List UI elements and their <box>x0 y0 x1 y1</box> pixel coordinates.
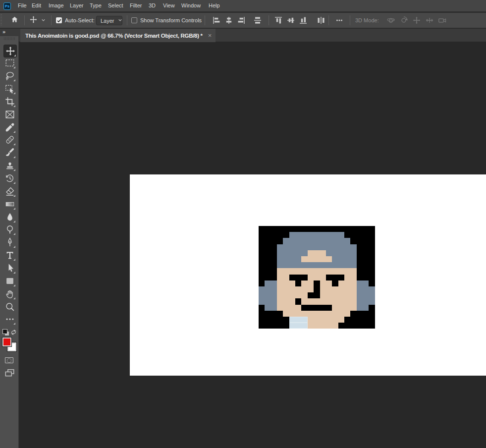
art-pixel-run <box>301 280 314 286</box>
hand-tool[interactable] <box>3 288 16 300</box>
tool-flyout-indicator <box>13 131 15 133</box>
tool-flyout-indicator <box>13 284 15 286</box>
menu-type[interactable]: Type <box>90 0 102 11</box>
eyedropper-tool[interactable] <box>3 121 16 133</box>
blur-tool[interactable] <box>3 211 16 223</box>
path-selection-tool[interactable] <box>3 262 16 274</box>
eraser-tool[interactable] <box>3 185 16 197</box>
clone-stamp-tool[interactable] <box>3 160 16 171</box>
zoom-3d-camera-icon[interactable] <box>438 16 447 25</box>
rectangular-marquee-tool[interactable] <box>3 57 16 69</box>
art-pixel-run <box>357 262 375 268</box>
screen-mode-button[interactable] <box>4 369 15 377</box>
object-selection-tool[interactable] <box>3 83 16 95</box>
move-tool[interactable] <box>3 45 17 57</box>
menu-edit[interactable]: Edit <box>32 0 41 11</box>
foreground-color-swatch[interactable] <box>2 337 12 347</box>
brush-tool[interactable] <box>3 147 16 159</box>
art-pixel-run <box>344 275 357 280</box>
art-pixel-run <box>277 250 308 256</box>
gradient-tool[interactable] <box>3 198 16 210</box>
art-pixel-run <box>277 268 357 275</box>
home-button[interactable] <box>11 13 18 28</box>
tool-flyout-indicator <box>13 246 15 248</box>
align-bottom-edges-icon[interactable] <box>299 16 308 25</box>
art-pixel-run <box>308 275 326 280</box>
art-pixel-run <box>289 232 344 238</box>
options-bar-grip[interactable] <box>0 14 2 26</box>
edit-toolbar[interactable] <box>3 313 16 325</box>
crop-tool[interactable] <box>3 96 16 108</box>
menu-filter[interactable]: Filter <box>130 0 142 11</box>
menu-view[interactable]: View <box>163 0 175 11</box>
photoshop-logo[interactable]: Ps <box>3 2 11 10</box>
toolbar-header: » <box>0 29 19 36</box>
art-pixel-run <box>357 280 369 286</box>
tool-flyout-indicator <box>13 66 15 68</box>
pan-3d-camera-icon[interactable] <box>412 16 421 25</box>
menu-layer[interactable]: Layer <box>70 0 84 11</box>
art-pixel-run <box>259 238 283 244</box>
more-align-options-icon[interactable] <box>335 16 344 25</box>
slide-3d-camera-icon[interactable] <box>425 16 434 25</box>
roll-3d-camera-icon[interactable] <box>399 16 408 25</box>
spot-healing-brush-tool[interactable] <box>3 134 16 146</box>
align-right-edges-icon[interactable] <box>237 16 246 25</box>
art-pixel-run <box>277 244 357 250</box>
art-pixel-run <box>357 268 375 275</box>
dodge-tool[interactable] <box>3 224 16 235</box>
menu-3d[interactable]: 3D <box>149 0 156 11</box>
menu-image[interactable]: Image <box>49 0 64 11</box>
art-pixel-run <box>332 256 357 262</box>
tool-preset-chevron-icon[interactable] <box>41 13 46 28</box>
art-pixel-run <box>295 280 301 286</box>
document-tab[interactable]: This Anoimatoin is good.psd @ 66.7% (Vec… <box>20 29 216 42</box>
art-pixel-run <box>277 262 357 268</box>
zoom-tool[interactable] <box>3 301 16 313</box>
show-transform-checkbox[interactable] <box>131 13 137 28</box>
menu-help[interactable]: Help <box>209 0 220 11</box>
art-pixel-run <box>259 323 289 329</box>
quick-mask-button[interactable] <box>5 357 13 363</box>
menu-select[interactable]: Select <box>108 0 123 11</box>
frame-tool[interactable] <box>3 109 16 120</box>
art-pixel-run <box>308 250 326 256</box>
align-top-edges-icon[interactable] <box>274 16 283 25</box>
art-pixel-run <box>350 311 375 317</box>
align-horizontal-centers-icon[interactable] <box>224 16 233 25</box>
art-pixel-run <box>326 275 344 280</box>
rectangle-tool[interactable] <box>3 275 16 287</box>
toolbar-collapse-icon[interactable]: » <box>2 29 5 35</box>
art-pixel-run <box>357 250 375 256</box>
align-vertical-centers-icon[interactable] <box>286 16 295 25</box>
art-pixel-run <box>277 275 289 280</box>
menu-window[interactable]: Window <box>181 0 201 11</box>
art-pixel-run <box>283 311 350 317</box>
tab-close-icon[interactable]: × <box>208 32 212 39</box>
auto-select-target-dropdown[interactable]: Layer <box>96 16 122 25</box>
swap-colors-icon[interactable] <box>10 329 17 335</box>
distribute-horizontal-centers-icon[interactable] <box>317 16 325 25</box>
default-colors-icon[interactable] <box>2 329 10 337</box>
distribute-vertical-centers-icon[interactable] <box>253 16 262 25</box>
art-pixel-run <box>369 305 375 311</box>
orbit-3d-camera-icon[interactable] <box>386 16 395 25</box>
auto-select-checkbox[interactable] <box>56 13 62 28</box>
tool-flyout-indicator <box>13 169 15 171</box>
menu-file[interactable]: File <box>18 0 27 11</box>
art-pixel-run <box>308 317 344 323</box>
tool-preset-move-icon[interactable] <box>29 13 38 28</box>
type-tool[interactable] <box>3 249 16 261</box>
art-pixel-run <box>344 232 375 238</box>
tool-flyout-indicator <box>13 259 15 261</box>
document-canvas[interactable] <box>130 174 486 376</box>
tool-flyout-indicator <box>13 233 15 235</box>
options-bar: Auto-Select: Layer Show Transform Contro… <box>0 13 486 28</box>
pen-tool[interactable] <box>3 236 16 248</box>
chevron-down-icon <box>41 16 46 25</box>
art-pixel-run <box>320 280 332 286</box>
align-left-edges-icon[interactable] <box>212 16 221 25</box>
history-brush-tool[interactable] <box>3 172 16 184</box>
toolbar-grip[interactable] <box>4 37 15 40</box>
lasso-tool[interactable] <box>3 70 16 82</box>
